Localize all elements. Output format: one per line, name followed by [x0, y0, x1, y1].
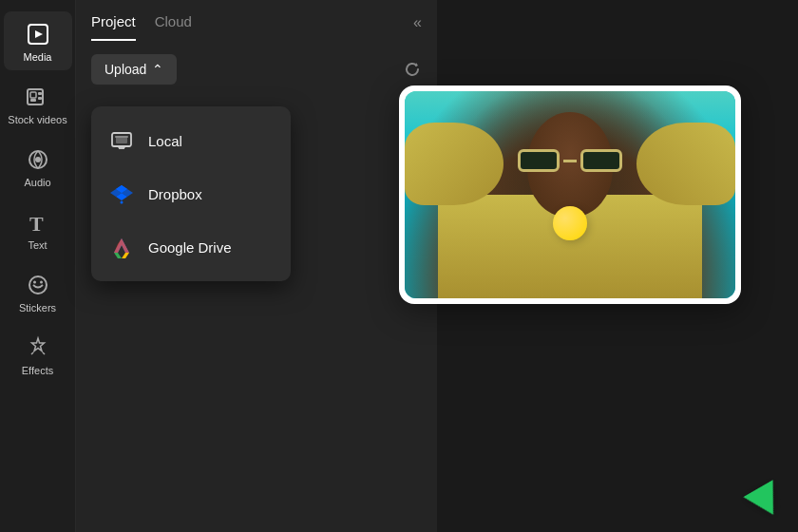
svg-point-17: [121, 201, 124, 204]
stickers-icon: [25, 272, 51, 298]
upload-dropdown: Local Dropbox: [91, 106, 291, 281]
person-image: [405, 91, 735, 298]
upload-button[interactable]: Upload ⌃: [91, 54, 177, 85]
sidebar: Media Stock videos Audio: [0, 0, 76, 532]
media-preview-card: [399, 86, 741, 304]
left-arm: [405, 123, 504, 205]
dropdown-item-google-drive[interactable]: Google Drive: [91, 220, 291, 274]
cursor-arrow: [743, 480, 788, 523]
svg-rect-5: [38, 92, 42, 95]
sidebar-item-audio[interactable]: Audio: [4, 137, 72, 196]
main-panel: Project Cloud « Upload ⌃: [76, 0, 437, 532]
svg-marker-20: [122, 253, 129, 258]
refresh-button[interactable]: [403, 60, 422, 79]
tab-cloud[interactable]: Cloud: [155, 13, 192, 41]
right-arm: [636, 123, 735, 205]
upload-button-label: Upload: [104, 62, 146, 77]
media-preview-image: [405, 91, 735, 298]
sunglasses-frame: [518, 149, 622, 172]
sidebar-item-text-label: Text: [28, 239, 47, 251]
bubble-gum: [553, 206, 587, 240]
sidebar-item-stickers[interactable]: Stickers: [4, 262, 72, 321]
svg-text:T: T: [29, 212, 44, 235]
sidebar-item-effects-label: Effects: [22, 365, 53, 376]
sidebar-item-audio-label: Audio: [24, 177, 50, 188]
collapse-button[interactable]: «: [413, 14, 422, 41]
tab-bar: Project Cloud «: [76, 0, 437, 41]
svg-point-12: [40, 281, 43, 284]
dropdown-item-local[interactable]: Local: [91, 114, 291, 167]
toolbar: Upload ⌃: [76, 41, 437, 98]
svg-rect-3: [30, 92, 36, 98]
text-icon: T: [25, 209, 51, 236]
svg-rect-4: [30, 99, 36, 102]
stock-videos-icon: [25, 84, 51, 110]
svg-point-10: [29, 276, 47, 294]
sg-left-lens: [518, 149, 560, 172]
sg-right-lens: [580, 149, 622, 172]
svg-point-11: [33, 281, 36, 284]
svg-marker-21: [114, 238, 129, 253]
svg-marker-1: [35, 30, 43, 38]
svg-marker-19: [114, 253, 122, 258]
tab-project[interactable]: Project: [91, 13, 136, 41]
sidebar-item-text[interactable]: T Text: [4, 200, 72, 258]
media-icon: [25, 21, 51, 48]
audio-icon: [25, 146, 51, 173]
sidebar-item-effects[interactable]: Effects: [4, 325, 72, 384]
sidebar-item-stock-videos-label: Stock videos: [8, 114, 66, 125]
sg-bridge: [563, 160, 576, 162]
dropbox-label: Dropbox: [148, 186, 202, 202]
local-label: Local: [148, 133, 182, 149]
svg-point-8: [35, 157, 41, 162]
sunglasses: [518, 149, 622, 176]
effects-icon: [25, 334, 51, 361]
sidebar-item-stickers-label: Stickers: [19, 302, 56, 314]
svg-rect-6: [38, 97, 42, 100]
google-drive-label: Google Drive: [148, 239, 232, 256]
sidebar-item-media-label: Media: [24, 51, 52, 63]
dropdown-item-dropbox[interactable]: Dropbox: [91, 167, 291, 220]
google-drive-icon: [108, 234, 135, 260]
canvas-area: [437, 0, 798, 532]
svg-rect-15: [115, 136, 128, 138]
dropbox-icon: [108, 180, 135, 207]
sidebar-item-stock-videos[interactable]: Stock videos: [4, 74, 72, 133]
local-icon: [108, 127, 135, 154]
sidebar-item-media[interactable]: Media: [4, 11, 72, 70]
upload-chevron-icon: ⌃: [152, 62, 163, 77]
